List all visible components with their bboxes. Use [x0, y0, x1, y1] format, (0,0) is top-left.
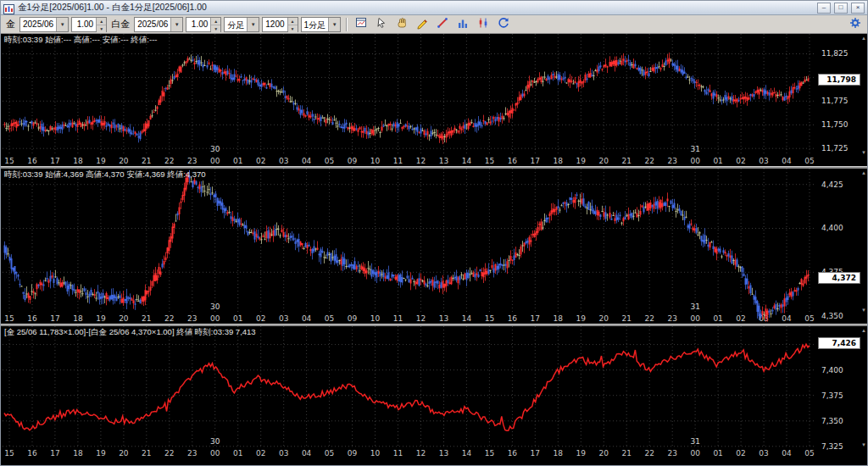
platinum-price-axis[interactable]: ▲ ▼ 4,4254,4004,3754,3504,372	[816, 169, 867, 324]
x-axis-label: 00	[210, 157, 220, 165]
bar-chart-icon	[456, 16, 470, 32]
date-marker: 31	[690, 302, 699, 311]
spin-down-icon[interactable]: ▼	[211, 25, 220, 32]
x-axis-label: 23	[187, 449, 197, 458]
x-axis-label: 09	[348, 157, 358, 165]
x-axis-label: 17	[50, 314, 59, 323]
y-axis-tick-label: 11,750	[821, 120, 849, 129]
spin-down-icon[interactable]: ▼	[97, 25, 106, 32]
x-axis-label: 02	[736, 314, 745, 323]
x-axis-label: 04	[782, 449, 792, 458]
x-axis-label: 23	[667, 449, 676, 458]
x-axis-label: 02	[736, 157, 745, 165]
y-axis-tick-label: 11,825	[821, 49, 849, 58]
platinum-multiplier-stepper[interactable]: 1.00 ▲▼	[186, 17, 221, 32]
x-axis-label: 20	[119, 157, 129, 165]
axis-scroll-up-icon[interactable]: ▲	[861, 328, 866, 333]
axis-scroll-down-icon[interactable]: ▼	[861, 308, 866, 313]
bar-type-select[interactable]: 分足 ▼	[224, 17, 259, 32]
gold-month-value: 2025/06	[20, 18, 56, 31]
chart-window-button[interactable]	[352, 16, 370, 32]
spread-price-axis[interactable]: ▲ ▼ 7,4257,4007,3757,3507,3257,426	[816, 326, 867, 458]
gold-chart-plot: 1516171819202122230001020304050910111213…	[1, 34, 818, 166]
close-button[interactable]: ×	[851, 3, 865, 14]
x-axis-label: 20	[599, 314, 609, 323]
x-axis-label: 05	[325, 157, 334, 165]
refresh-button[interactable]	[494, 16, 512, 32]
chart-area: 1516171819202122230001020304050910111213…	[1, 34, 867, 465]
x-axis-label: 22	[644, 449, 654, 458]
gold-multiplier-stepper[interactable]: 1.00 ▲▼	[71, 17, 107, 32]
x-axis-label: 23	[667, 157, 676, 165]
axis-scroll-down-icon[interactable]: ▼	[861, 150, 866, 155]
x-axis-label: 17	[50, 157, 59, 165]
x-axis-label: 14	[462, 314, 472, 323]
x-axis-label: 09	[348, 449, 358, 458]
bar-chart-button[interactable]	[453, 16, 471, 32]
x-axis-label: 03	[279, 157, 288, 165]
date-marker: 31	[690, 145, 699, 153]
x-axis-label: 17	[531, 449, 540, 458]
current-price-badge: 7,426	[818, 337, 860, 349]
y-axis-tick-label: 7,375	[821, 391, 843, 400]
x-axis-label: 05	[804, 314, 814, 323]
gold-price-axis[interactable]: ▲ ▼ 11,82511,80011,77511,75011,72511,798	[816, 34, 867, 166]
x-axis-label: 15	[4, 314, 14, 323]
spin-down-icon[interactable]: ▼	[288, 25, 298, 32]
interval-select[interactable]: 1分足 ▼	[301, 17, 342, 32]
x-axis-label: 17	[531, 314, 540, 323]
x-axis-label: 16	[27, 314, 37, 323]
cursor-tool-button[interactable]	[372, 16, 390, 32]
minimize-button[interactable]: –	[817, 3, 831, 14]
bar-type-value: 分足	[225, 18, 247, 31]
line-draw-icon	[436, 16, 449, 32]
x-axis-label: 23	[187, 157, 197, 165]
candle-chart-button[interactable]	[474, 16, 492, 32]
platinum-label: 白金	[109, 18, 131, 31]
down-candle-wicks	[20, 54, 798, 142]
x-axis-label: 18	[73, 449, 83, 458]
x-axis-label: 19	[576, 449, 587, 458]
x-axis-label: 22	[164, 449, 174, 458]
line-draw-tool-button[interactable]	[433, 16, 451, 32]
settings-button[interactable]	[846, 16, 864, 32]
axis-scroll-up-icon[interactable]: ▲	[861, 36, 866, 41]
x-axis-label: 00	[690, 314, 700, 323]
toolbar-separator	[346, 18, 347, 31]
chevron-down-icon[interactable]: ▼	[247, 18, 259, 31]
axis-scroll-down-icon[interactable]: ▼	[861, 442, 866, 447]
spin-up-icon[interactable]: ▲	[288, 18, 298, 25]
gold-chart-panel[interactable]: 1516171819202122230001020304050910111213…	[1, 34, 867, 166]
y-axis-tick-label: 4,425	[821, 180, 843, 189]
platinum-chart-panel[interactable]: 1516171819202122230001020304050910111213…	[1, 169, 867, 324]
bar-count-stepper[interactable]: 1200 ▲▼	[262, 17, 298, 32]
chevron-down-icon[interactable]: ▼	[56, 18, 68, 31]
x-axis-label: 17	[50, 449, 59, 458]
x-axis-label: 02	[256, 157, 265, 165]
x-axis-label: 11	[393, 314, 403, 323]
gold-month-select[interactable]: 2025/06 ▼	[19, 17, 69, 32]
gold-multiplier-value: 1.00	[72, 18, 96, 31]
hand-tool-button[interactable]	[392, 16, 410, 32]
x-axis-label: 21	[142, 157, 151, 165]
restore-button[interactable]: □	[834, 3, 848, 14]
y-axis-tick-label: 7,400	[821, 366, 843, 374]
x-axis-label: 22	[644, 314, 654, 323]
x-axis-label: 00	[210, 449, 220, 458]
chevron-down-icon[interactable]: ▼	[170, 18, 182, 31]
up-candle-bodies	[29, 175, 809, 318]
app-window: 金1分足[2025/06]1.00 - 白金1分足[2025/06]1.00 –…	[0, 0, 868, 466]
chevron-down-icon[interactable]: ▼	[328, 18, 340, 31]
spin-up-icon[interactable]: ▲	[97, 18, 106, 25]
pencil-tool-button[interactable]	[413, 16, 431, 32]
x-axis-label: 05	[325, 314, 334, 323]
y-axis-tick-label: 4,350	[821, 312, 843, 320]
x-axis-label: 03	[279, 314, 288, 323]
x-axis-label: 01	[713, 157, 722, 165]
axis-scroll-up-icon[interactable]: ▲	[861, 170, 866, 175]
cursor-icon	[375, 16, 388, 32]
x-axis-label: 22	[164, 314, 174, 323]
spread-chart-panel[interactable]: 1516171819202122230001020304050910111213…	[1, 326, 867, 458]
spin-up-icon[interactable]: ▲	[211, 18, 220, 25]
platinum-month-select[interactable]: 2025/06 ▼	[134, 17, 183, 32]
